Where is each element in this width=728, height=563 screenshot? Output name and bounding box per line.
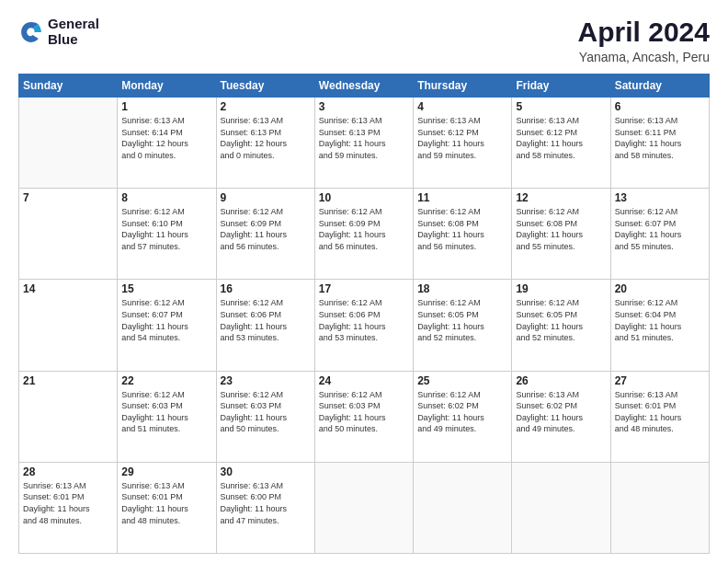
day-number: 24 [319,374,409,387]
day-cell: 30Sunrise: 6:13 AMSunset: 6:00 PMDayligh… [216,462,314,553]
day-info: Sunrise: 6:13 AMSunset: 6:13 PMDaylight:… [319,115,409,161]
day-cell: 12Sunrise: 6:12 AMSunset: 6:08 PMDayligh… [512,189,610,280]
day-number: 25 [417,374,507,387]
calendar-subtitle: Yanama, Ancash, Peru [578,50,710,64]
day-cell: 6Sunrise: 6:13 AMSunset: 6:11 PMDaylight… [610,98,709,189]
day-cell: 10Sunrise: 6:12 AMSunset: 6:09 PMDayligh… [314,189,413,280]
day-cell: 20Sunrise: 6:12 AMSunset: 6:04 PMDayligh… [610,280,709,371]
day-cell: 2Sunrise: 6:13 AMSunset: 6:13 PMDaylight… [216,98,314,189]
day-info: Sunrise: 6:13 AMSunset: 6:11 PMDaylight:… [615,115,705,161]
day-cell: 23Sunrise: 6:12 AMSunset: 6:03 PMDayligh… [216,371,314,462]
day-number: 19 [516,282,606,295]
day-cell: 19Sunrise: 6:12 AMSunset: 6:05 PMDayligh… [512,280,610,371]
col-header-friday: Friday [512,75,610,98]
col-header-monday: Monday [118,75,216,98]
col-header-wednesday: Wednesday [314,75,413,98]
day-cell: 14 [19,280,118,371]
day-info: Sunrise: 6:13 AMSunset: 6:12 PMDaylight:… [516,115,606,161]
day-cell: 9Sunrise: 6:12 AMSunset: 6:09 PMDaylight… [216,189,314,280]
day-cell: 29Sunrise: 6:13 AMSunset: 6:01 PMDayligh… [118,462,216,553]
day-number: 21 [23,374,113,387]
day-cell [19,98,118,189]
day-info: Sunrise: 6:12 AMSunset: 6:03 PMDaylight:… [221,389,311,435]
day-info: Sunrise: 6:12 AMSunset: 6:02 PMDaylight:… [417,389,507,435]
day-info: Sunrise: 6:13 AMSunset: 6:12 PMDaylight:… [417,115,507,161]
day-cell: 15Sunrise: 6:12 AMSunset: 6:07 PMDayligh… [118,280,216,371]
day-number: 23 [221,374,311,387]
day-cell: 16Sunrise: 6:12 AMSunset: 6:06 PMDayligh… [216,280,314,371]
day-number: 17 [319,282,409,295]
day-number: 18 [417,282,507,295]
week-row-1: 1Sunrise: 6:13 AMSunset: 6:14 PMDaylight… [19,98,710,189]
col-header-saturday: Saturday [610,75,709,98]
day-number: 16 [221,282,311,295]
day-number: 10 [319,191,409,204]
day-cell: 8Sunrise: 6:12 AMSunset: 6:10 PMDaylight… [118,189,216,280]
col-header-tuesday: Tuesday [216,75,314,98]
day-number: 13 [615,191,705,204]
day-info: Sunrise: 6:12 AMSunset: 6:06 PMDaylight:… [221,297,311,343]
day-info: Sunrise: 6:13 AMSunset: 6:14 PMDaylight:… [121,115,211,161]
day-info: Sunrise: 6:13 AMSunset: 6:00 PMDaylight:… [221,480,311,526]
day-number: 12 [516,191,606,204]
day-info: Sunrise: 6:12 AMSunset: 6:05 PMDaylight:… [516,297,606,343]
day-info: Sunrise: 6:12 AMSunset: 6:10 PMDaylight:… [121,206,211,252]
day-cell [314,462,413,553]
day-cell: 21 [19,371,118,462]
day-info: Sunrise: 6:13 AMSunset: 6:02 PMDaylight:… [516,389,606,435]
header: General Blue April 2024 Yanama, Ancash, … [18,17,710,64]
day-number: 29 [121,465,211,478]
day-cell: 24Sunrise: 6:12 AMSunset: 6:03 PMDayligh… [314,371,413,462]
day-cell: 3Sunrise: 6:13 AMSunset: 6:13 PMDaylight… [314,98,413,189]
day-cell [414,462,512,553]
logo: General Blue [18,17,99,47]
day-info: Sunrise: 6:13 AMSunset: 6:13 PMDaylight:… [221,115,311,161]
day-info: Sunrise: 6:12 AMSunset: 6:09 PMDaylight:… [221,206,311,252]
day-info: Sunrise: 6:12 AMSunset: 6:09 PMDaylight:… [319,206,409,252]
day-cell: 13Sunrise: 6:12 AMSunset: 6:07 PMDayligh… [610,189,709,280]
day-number: 4 [417,100,507,113]
logo-line1: General [48,17,99,32]
calendar-title: April 2024 [578,17,710,48]
day-number: 5 [516,100,606,113]
day-info: Sunrise: 6:12 AMSunset: 6:04 PMDaylight:… [615,297,705,343]
day-cell: 7 [19,189,118,280]
day-info: Sunrise: 6:12 AMSunset: 6:03 PMDaylight:… [121,389,211,435]
day-number: 9 [221,191,311,204]
day-number: 26 [516,374,606,387]
day-cell: 27Sunrise: 6:13 AMSunset: 6:01 PMDayligh… [610,371,709,462]
col-header-sunday: Sunday [19,75,118,98]
week-row-2: 78Sunrise: 6:12 AMSunset: 6:10 PMDayligh… [19,189,710,280]
day-number: 6 [615,100,705,113]
day-info: Sunrise: 6:12 AMSunset: 6:08 PMDaylight:… [516,206,606,252]
day-number: 3 [319,100,409,113]
week-row-3: 1415Sunrise: 6:12 AMSunset: 6:07 PMDayli… [19,280,710,371]
title-area: April 2024 Yanama, Ancash, Peru [578,17,710,64]
logo-line2: Blue [48,32,99,48]
page: General Blue April 2024 Yanama, Ancash, … [0,0,728,563]
logo-icon [18,19,44,45]
calendar-header: SundayMondayTuesdayWednesdayThursdayFrid… [19,75,710,98]
day-cell: 22Sunrise: 6:12 AMSunset: 6:03 PMDayligh… [118,371,216,462]
day-number: 22 [121,374,211,387]
day-info: Sunrise: 6:12 AMSunset: 6:03 PMDaylight:… [319,389,409,435]
day-number: 1 [121,100,211,113]
day-number: 11 [417,191,507,204]
calendar-body: 1Sunrise: 6:13 AMSunset: 6:14 PMDaylight… [19,98,710,554]
day-number: 8 [121,191,211,204]
day-cell [610,462,709,553]
day-cell [512,462,610,553]
week-row-4: 2122Sunrise: 6:12 AMSunset: 6:03 PMDayli… [19,371,710,462]
day-number: 20 [615,282,705,295]
day-info: Sunrise: 6:13 AMSunset: 6:01 PMDaylight:… [23,480,113,526]
day-number: 7 [23,191,113,204]
day-number: 28 [23,465,113,478]
header-row: SundayMondayTuesdayWednesdayThursdayFrid… [19,75,710,98]
week-row-5: 28Sunrise: 6:13 AMSunset: 6:01 PMDayligh… [19,462,710,553]
col-header-thursday: Thursday [414,75,512,98]
day-number: 30 [221,465,311,478]
day-cell: 17Sunrise: 6:12 AMSunset: 6:06 PMDayligh… [314,280,413,371]
day-info: Sunrise: 6:13 AMSunset: 6:01 PMDaylight:… [615,389,705,435]
day-number: 14 [23,282,113,295]
logo-text: General Blue [48,17,99,47]
